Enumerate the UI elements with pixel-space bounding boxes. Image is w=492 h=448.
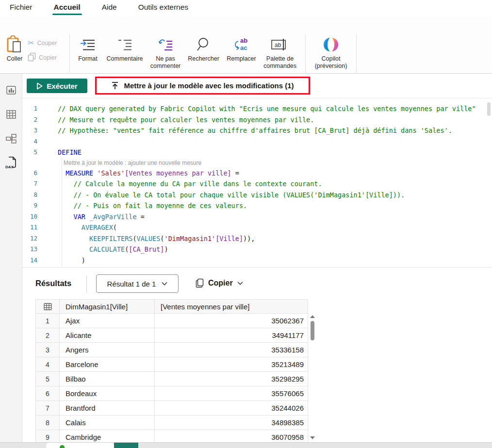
table-row[interactable]: 7Brantford35244026 bbox=[36, 401, 308, 416]
table-row[interactable]: 4Barcelone35213489 bbox=[36, 357, 308, 372]
editor-scrollbar[interactable] bbox=[487, 102, 491, 116]
column-header-city: DimMagasin1[Ville] bbox=[60, 300, 155, 314]
replace-button[interactable]: ab ac Remplacer bbox=[222, 35, 261, 63]
table-row[interactable]: 3Angers35336158 bbox=[36, 343, 308, 357]
tab-fichier[interactable]: Fichier bbox=[9, 1, 33, 15]
code-line[interactable]: 12 KEEPFILTERS(VALUES('DimMagasin1'[Vill… bbox=[22, 233, 492, 244]
copilot-button[interactable]: Copilot (préversion) bbox=[311, 35, 351, 70]
paste-label: Coller bbox=[3, 55, 26, 63]
copy-icon bbox=[196, 278, 204, 288]
editor-lines: 1// DAX query generated by Fabric Copilo… bbox=[22, 103, 492, 266]
code-line[interactable]: 14 ) bbox=[22, 255, 492, 266]
paste-button[interactable]: Coller bbox=[3, 35, 26, 63]
dax-code-editor[interactable]: 1// DAX query generated by Fabric Copilo… bbox=[22, 98, 492, 267]
bottom-bar bbox=[0, 442, 492, 448]
uncomment-icon bbox=[148, 35, 183, 54]
chevron-down-icon bbox=[237, 281, 243, 285]
row-number-cell: 2 bbox=[36, 328, 60, 343]
comment-icon bbox=[102, 35, 148, 54]
scroll-up-icon[interactable] bbox=[310, 315, 315, 318]
row-number-cell: 6 bbox=[36, 386, 60, 401]
scrollbar-thumb[interactable] bbox=[311, 321, 314, 340]
report-view-icon[interactable] bbox=[0, 80, 22, 101]
code-line[interactable]: 5DEFINE bbox=[22, 147, 492, 158]
code-text: CALCULATE([CA_Brut]) bbox=[37, 244, 168, 255]
svg-text:ab: ab bbox=[275, 42, 281, 48]
code-line[interactable]: 8 // - On évalue le CA total pour chaque… bbox=[22, 190, 492, 201]
code-text: KEEPFILTERS(VALUES('DimMagasin1'[Ville])… bbox=[37, 233, 255, 244]
table-view-icon[interactable] bbox=[0, 104, 22, 125]
city-cell: Alicante bbox=[60, 328, 155, 343]
format-button[interactable]: Format bbox=[74, 35, 102, 63]
code-line[interactable]: 11 AVERAGEX( bbox=[22, 222, 492, 233]
command-palette-button[interactable]: ab Palette de commandes bbox=[258, 35, 302, 70]
code-line[interactable]: 9 // - Puis on fait la moyenne de ces va… bbox=[22, 200, 492, 211]
code-line[interactable]: 6 MEASURE 'Sales'[Ventes moyennes par vi… bbox=[22, 168, 492, 179]
table-row[interactable]: 1Ajax35062367 bbox=[36, 314, 308, 328]
table-row[interactable]: 8Calais34898385 bbox=[36, 416, 308, 430]
copilot-label: Copilot (préversion) bbox=[311, 55, 351, 70]
tab-outils-externes[interactable]: Outils externes bbox=[137, 1, 189, 15]
dax-query-view-window: Fichier Accueil Aide Outils externes Col… bbox=[0, 0, 492, 448]
copy-label-ribbon: Copier bbox=[39, 54, 57, 61]
status-dot-icon bbox=[60, 445, 65, 448]
divider bbox=[86, 275, 87, 293]
result-selector-dropdown[interactable]: Résultat 1 de 1 bbox=[96, 274, 179, 293]
chevron-down-icon bbox=[162, 282, 167, 286]
value-cell: 34898385 bbox=[155, 416, 308, 430]
code-text: DEFINE bbox=[37, 147, 82, 158]
line-number: 6 bbox=[22, 168, 37, 179]
table-scrollbar[interactable] bbox=[309, 313, 315, 442]
line-number: 8 bbox=[22, 190, 37, 201]
code-line[interactable]: 2// Mesure et requête pour calculer les … bbox=[22, 114, 492, 126]
line-number: 14 bbox=[22, 255, 37, 266]
uncomment-button[interactable]: Ne pas commenter bbox=[148, 35, 183, 70]
svg-text:ab: ab bbox=[240, 37, 247, 44]
dax-query-view-icon[interactable]: DAX bbox=[0, 152, 22, 174]
results-bar: Résultats Résultat 1 de 1 Copier bbox=[22, 267, 492, 300]
model-view-icon[interactable] bbox=[0, 128, 22, 149]
update-model-button[interactable]: Mettre à jour le modèle avec les modific… bbox=[95, 77, 310, 95]
city-cell: Angers bbox=[60, 343, 155, 357]
comment-button[interactable]: Commentaire bbox=[102, 35, 148, 63]
row-number-cell: 5 bbox=[36, 372, 60, 386]
bottom-teal-button[interactable] bbox=[114, 443, 138, 448]
scroll-down-icon[interactable] bbox=[310, 436, 315, 439]
code-line[interactable]: 1// DAX query generated by Fabric Copilo… bbox=[22, 103, 492, 114]
table-row[interactable]: 5Bilbao35298295 bbox=[36, 372, 308, 386]
copy-pages-icon bbox=[28, 52, 36, 63]
code-line[interactable]: 13 CALCULATE([CA_Brut]) bbox=[22, 244, 492, 255]
play-icon bbox=[36, 82, 43, 90]
line-number: 10 bbox=[22, 211, 37, 223]
line-number: 9 bbox=[22, 200, 37, 211]
run-button[interactable]: Exécuter bbox=[27, 79, 87, 93]
code-line[interactable]: 3// Hypothèse: "ventes" fait référence a… bbox=[22, 125, 492, 136]
code-lens-action[interactable]: Mettre à jour le modèle : ajouter une no… bbox=[22, 158, 492, 168]
query-toolbar: Exécuter Mettre à jour le modèle avec le… bbox=[22, 74, 492, 98]
row-number-cell: 4 bbox=[36, 357, 60, 372]
code-text: MEASURE 'Sales'[Ventes moyennes par vill… bbox=[37, 168, 239, 179]
copy-results-label: Copier bbox=[208, 279, 233, 288]
code-text: // Mesure et requête pour calculer les v… bbox=[37, 114, 314, 126]
copy-results-button[interactable]: Copier bbox=[196, 278, 243, 288]
table-row[interactable]: 6Bordeaux35576065 bbox=[36, 386, 308, 401]
cut-button: ✂ Couper bbox=[28, 38, 57, 48]
indent-guide bbox=[62, 158, 62, 266]
tab-accueil[interactable]: Accueil bbox=[53, 1, 82, 15]
search-button[interactable]: Rechercher bbox=[184, 35, 223, 63]
code-line[interactable]: 4 bbox=[22, 136, 492, 147]
city-cell: Calais bbox=[60, 416, 155, 430]
svg-text:ac: ac bbox=[240, 44, 247, 51]
table-row[interactable]: 2Alicante34941177 bbox=[36, 328, 308, 343]
row-number-cell: 7 bbox=[36, 401, 60, 416]
comment-label: Commentaire bbox=[102, 55, 148, 63]
line-number: 2 bbox=[22, 114, 37, 126]
code-line[interactable]: 7 // Calcule la moyenne du CA par ville … bbox=[22, 178, 492, 190]
row-number-cell: 1 bbox=[36, 314, 60, 328]
bottom-status-pill[interactable] bbox=[46, 443, 114, 448]
tab-aide[interactable]: Aide bbox=[101, 1, 118, 15]
code-text: // Hypothèse: "ventes" fait référence au… bbox=[37, 125, 452, 136]
grid-corner-icon bbox=[36, 300, 60, 314]
code-line[interactable]: 10 VAR _AvgParVille = bbox=[22, 211, 492, 223]
line-number: 12 bbox=[22, 233, 37, 244]
